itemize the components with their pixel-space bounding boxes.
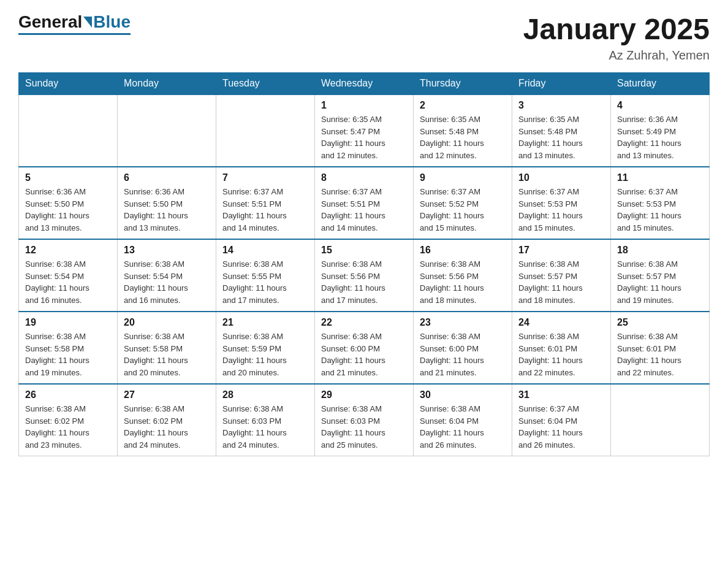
- day-number: 1: [321, 100, 407, 111]
- day-info: Sunrise: 6:38 AMSunset: 5:57 PMDaylight:…: [617, 258, 703, 306]
- title-area: January 2025 Az Zuhrah, Yemen: [523, 12, 710, 63]
- logo-arrow-icon: [83, 17, 92, 28]
- calendar-cell-w3-d6: 25Sunrise: 6:38 AMSunset: 6:01 PMDayligh…: [611, 312, 710, 384]
- calendar-cell-w1-d0: 5Sunrise: 6:36 AMSunset: 5:50 PMDaylight…: [19, 167, 118, 239]
- day-number: 15: [321, 245, 407, 256]
- header-wednesday: Wednesday: [315, 73, 414, 95]
- header-monday: Monday: [118, 73, 216, 95]
- day-info: Sunrise: 6:38 AMSunset: 5:54 PMDaylight:…: [124, 258, 210, 306]
- day-number: 23: [420, 317, 506, 328]
- calendar-cell-w0-d6: 4Sunrise: 6:36 AMSunset: 5:49 PMDaylight…: [611, 94, 710, 167]
- logo: General Blue: [18, 12, 131, 35]
- day-info: Sunrise: 6:38 AMSunset: 5:55 PMDaylight:…: [222, 258, 308, 306]
- day-info: Sunrise: 6:38 AMSunset: 5:59 PMDaylight:…: [222, 331, 308, 378]
- day-number: 25: [617, 317, 703, 328]
- day-number: 10: [518, 172, 604, 183]
- day-info: Sunrise: 6:38 AMSunset: 6:04 PMDaylight:…: [420, 403, 506, 451]
- day-number: 30: [420, 389, 506, 400]
- day-number: 6: [124, 172, 210, 183]
- calendar-cell-w1-d3: 8Sunrise: 6:37 AMSunset: 5:51 PMDaylight…: [315, 167, 414, 239]
- header-sunday: Sunday: [19, 73, 118, 95]
- day-number: 21: [222, 317, 308, 328]
- day-number: 9: [420, 172, 506, 183]
- day-number: 16: [420, 245, 506, 256]
- calendar-cell-w2-d6: 18Sunrise: 6:38 AMSunset: 5:57 PMDayligh…: [611, 239, 710, 312]
- calendar-cell-w0-d0: [19, 94, 118, 167]
- day-info: Sunrise: 6:37 AMSunset: 6:04 PMDaylight:…: [518, 403, 604, 451]
- calendar-cell-w2-d3: 15Sunrise: 6:38 AMSunset: 5:56 PMDayligh…: [315, 239, 414, 312]
- day-number: 17: [518, 245, 604, 256]
- calendar-cell-w0-d5: 3Sunrise: 6:35 AMSunset: 5:48 PMDaylight…: [512, 94, 611, 167]
- day-info: Sunrise: 6:35 AMSunset: 5:48 PMDaylight:…: [420, 113, 506, 161]
- logo-general-text: General: [18, 12, 82, 32]
- header-friday: Friday: [512, 73, 611, 95]
- calendar-cell-w4-d6: [611, 384, 710, 456]
- calendar-cell-w0-d3: 1Sunrise: 6:35 AMSunset: 5:47 PMDaylight…: [315, 94, 414, 167]
- calendar-header-row: Sunday Monday Tuesday Wednesday Thursday…: [19, 73, 710, 95]
- location: Az Zuhrah, Yemen: [523, 48, 710, 63]
- header-thursday: Thursday: [414, 73, 512, 95]
- calendar-cell-w4-d2: 28Sunrise: 6:38 AMSunset: 6:03 PMDayligh…: [216, 384, 315, 456]
- day-info: Sunrise: 6:37 AMSunset: 5:51 PMDaylight:…: [222, 186, 308, 234]
- calendar-week-1: 5Sunrise: 6:36 AMSunset: 5:50 PMDaylight…: [19, 167, 710, 239]
- day-info: Sunrise: 6:38 AMSunset: 5:54 PMDaylight:…: [25, 258, 111, 306]
- day-number: 29: [321, 389, 407, 400]
- calendar-cell-w3-d0: 19Sunrise: 6:38 AMSunset: 5:58 PMDayligh…: [19, 312, 118, 384]
- calendar-cell-w4-d4: 30Sunrise: 6:38 AMSunset: 6:04 PMDayligh…: [414, 384, 512, 456]
- day-info: Sunrise: 6:38 AMSunset: 6:03 PMDaylight:…: [222, 403, 308, 451]
- day-info: Sunrise: 6:38 AMSunset: 6:00 PMDaylight:…: [420, 331, 506, 378]
- day-info: Sunrise: 6:37 AMSunset: 5:53 PMDaylight:…: [518, 186, 604, 234]
- day-number: 28: [222, 389, 308, 400]
- month-title: January 2025: [523, 12, 710, 46]
- calendar-cell-w1-d4: 9Sunrise: 6:37 AMSunset: 5:52 PMDaylight…: [414, 167, 512, 239]
- day-info: Sunrise: 6:38 AMSunset: 6:00 PMDaylight:…: [321, 331, 407, 378]
- calendar-week-3: 19Sunrise: 6:38 AMSunset: 5:58 PMDayligh…: [19, 312, 710, 384]
- day-number: 11: [617, 172, 703, 183]
- day-info: Sunrise: 6:38 AMSunset: 5:57 PMDaylight:…: [518, 258, 604, 306]
- day-number: 3: [518, 100, 604, 111]
- day-number: 14: [222, 245, 308, 256]
- calendar-cell-w3-d1: 20Sunrise: 6:38 AMSunset: 5:58 PMDayligh…: [118, 312, 216, 384]
- day-number: 26: [25, 389, 111, 400]
- logo-underline: [18, 33, 131, 35]
- day-number: 7: [222, 172, 308, 183]
- day-info: Sunrise: 6:37 AMSunset: 5:51 PMDaylight:…: [321, 186, 407, 234]
- day-number: 22: [321, 317, 407, 328]
- day-number: 19: [25, 317, 111, 328]
- day-info: Sunrise: 6:36 AMSunset: 5:50 PMDaylight:…: [124, 186, 210, 234]
- day-number: 31: [518, 389, 604, 400]
- day-info: Sunrise: 6:36 AMSunset: 5:49 PMDaylight:…: [617, 113, 703, 161]
- calendar: Sunday Monday Tuesday Wednesday Thursday…: [18, 72, 710, 456]
- calendar-cell-w4-d5: 31Sunrise: 6:37 AMSunset: 6:04 PMDayligh…: [512, 384, 611, 456]
- day-info: Sunrise: 6:38 AMSunset: 5:56 PMDaylight:…: [321, 258, 407, 306]
- calendar-cell-w3-d5: 24Sunrise: 6:38 AMSunset: 6:01 PMDayligh…: [512, 312, 611, 384]
- calendar-cell-w1-d1: 6Sunrise: 6:36 AMSunset: 5:50 PMDaylight…: [118, 167, 216, 239]
- header-tuesday: Tuesday: [216, 73, 315, 95]
- calendar-cell-w3-d3: 22Sunrise: 6:38 AMSunset: 6:00 PMDayligh…: [315, 312, 414, 384]
- calendar-cell-w3-d2: 21Sunrise: 6:38 AMSunset: 5:59 PMDayligh…: [216, 312, 315, 384]
- day-number: 5: [25, 172, 111, 183]
- logo-blue-text: Blue: [93, 12, 131, 32]
- day-number: 20: [124, 317, 210, 328]
- calendar-week-4: 26Sunrise: 6:38 AMSunset: 6:02 PMDayligh…: [19, 384, 710, 456]
- day-info: Sunrise: 6:37 AMSunset: 5:53 PMDaylight:…: [617, 186, 703, 234]
- calendar-week-2: 12Sunrise: 6:38 AMSunset: 5:54 PMDayligh…: [19, 239, 710, 312]
- calendar-week-0: 1Sunrise: 6:35 AMSunset: 5:47 PMDaylight…: [19, 94, 710, 167]
- day-number: 2: [420, 100, 506, 111]
- calendar-cell-w4-d3: 29Sunrise: 6:38 AMSunset: 6:03 PMDayligh…: [315, 384, 414, 456]
- day-info: Sunrise: 6:38 AMSunset: 6:02 PMDaylight:…: [25, 403, 111, 451]
- calendar-cell-w1-d6: 11Sunrise: 6:37 AMSunset: 5:53 PMDayligh…: [611, 167, 710, 239]
- day-info: Sunrise: 6:37 AMSunset: 5:52 PMDaylight:…: [420, 186, 506, 234]
- calendar-cell-w4-d0: 26Sunrise: 6:38 AMSunset: 6:02 PMDayligh…: [19, 384, 118, 456]
- header-saturday: Saturday: [611, 73, 710, 95]
- day-info: Sunrise: 6:38 AMSunset: 5:58 PMDaylight:…: [25, 331, 111, 378]
- day-info: Sunrise: 6:38 AMSunset: 6:02 PMDaylight:…: [124, 403, 210, 451]
- day-info: Sunrise: 6:35 AMSunset: 5:47 PMDaylight:…: [321, 113, 407, 161]
- day-info: Sunrise: 6:38 AMSunset: 5:56 PMDaylight:…: [420, 258, 506, 306]
- calendar-cell-w3-d4: 23Sunrise: 6:38 AMSunset: 6:00 PMDayligh…: [414, 312, 512, 384]
- calendar-cell-w2-d5: 17Sunrise: 6:38 AMSunset: 5:57 PMDayligh…: [512, 239, 611, 312]
- day-info: Sunrise: 6:38 AMSunset: 6:01 PMDaylight:…: [617, 331, 703, 378]
- day-info: Sunrise: 6:36 AMSunset: 5:50 PMDaylight:…: [25, 186, 111, 234]
- day-info: Sunrise: 6:35 AMSunset: 5:48 PMDaylight:…: [518, 113, 604, 161]
- calendar-cell-w2-d1: 13Sunrise: 6:38 AMSunset: 5:54 PMDayligh…: [118, 239, 216, 312]
